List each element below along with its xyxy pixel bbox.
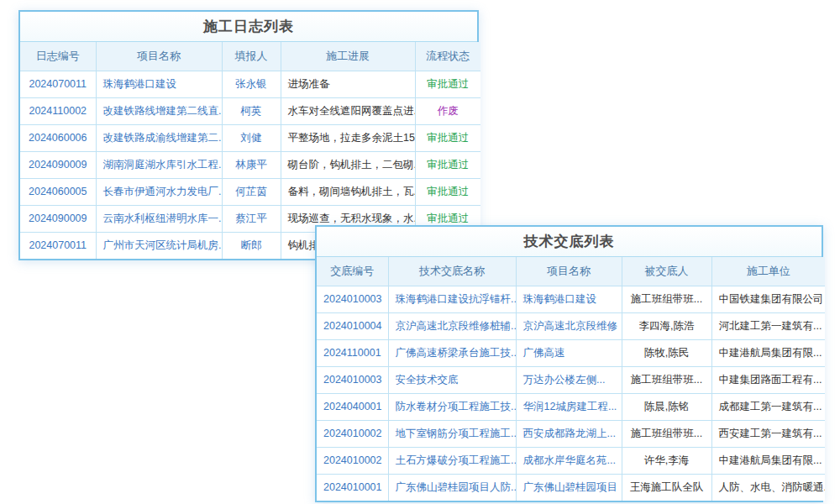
disclosure-unit-cell: 中建港航局集团有限... xyxy=(711,339,825,366)
disclosure-id-cell[interactable]: 2024010002 xyxy=(317,420,388,447)
disclosure-col-header-unit: 施工单位 xyxy=(711,257,825,286)
disclosure-name-cell[interactable]: 防水卷材分项工程施工技... xyxy=(388,393,516,420)
technical-disclosure-table: 交底编号 技术交底名称 项目名称 被交底人 施工单位 2024010003 珠海… xyxy=(317,257,825,501)
log-col-header-progress: 施工进展 xyxy=(281,42,415,71)
log-project-cell[interactable]: 长春市伊通河水力发电厂... xyxy=(96,178,222,205)
table-row: 2024110001 广佛高速桥梁承台施工技... 广佛高速 陈牧,陈民 中建港… xyxy=(317,339,825,366)
disclosure-receiver-cell: 施工班组带班... xyxy=(622,420,711,447)
disclosure-receiver-cell: 施工班组带班... xyxy=(622,366,711,393)
log-reporter-cell[interactable]: 刘健 xyxy=(222,124,281,151)
disclosure-col-header-name: 技术交底名称 xyxy=(388,257,516,286)
log-progress-cell: 水车对全线遮阳网覆盖点进... xyxy=(281,97,415,124)
disclosure-id-cell[interactable]: 2024010003 xyxy=(317,286,388,312)
disclosure-id-cell[interactable]: 2024010003 xyxy=(317,366,388,393)
table-row: 2024060005 长春市伊通河水力发电厂... 何芷茵 备料，砌间墙钩机排土… xyxy=(20,178,480,205)
log-project-cell[interactable]: 改建铁路线增建第二线直... xyxy=(96,97,222,124)
log-project-cell[interactable]: 广州市天河区统计局机房... xyxy=(96,232,222,259)
disclosure-project-cell[interactable]: 华润12城房建工程... xyxy=(516,393,622,420)
status-badge: 作废 xyxy=(415,97,480,124)
log-panel-title: 施工日志列表 xyxy=(20,12,477,42)
table-row: 2024110002 改建铁路线增建第二线直... 柯英 水车对全线遮阳网覆盖点… xyxy=(20,97,480,124)
disclosure-unit-cell: 中国铁建集团有限公司 xyxy=(711,286,825,312)
log-project-cell[interactable]: 云南水利枢纽潜明水库一... xyxy=(96,205,222,232)
log-reporter-cell[interactable]: 断郎 xyxy=(222,232,281,259)
disclosure-receiver-cell: 李四海,陈浩 xyxy=(622,312,711,339)
table-row: 2024090009 湖南洞庭湖水库引水工程... 林康平 砌台阶，钩机排土，二… xyxy=(20,151,480,178)
disclosure-receiver-cell: 陈晨,陈铭 xyxy=(622,393,711,420)
log-reporter-cell[interactable]: 林康平 xyxy=(222,151,281,178)
disclosure-name-cell[interactable]: 广佛高速桥梁承台施工技... xyxy=(388,339,516,366)
disclosure-name-cell[interactable]: 安全技术交底 xyxy=(388,366,516,393)
disclosure-project-cell[interactable]: 京沪高速北京段维修 xyxy=(516,312,622,339)
status-badge: 审批通过 xyxy=(415,71,480,97)
table-row: 2024010003 珠海鹤港口建设抗浮锚杆... 珠海鹤港口建设 施工班组带班… xyxy=(317,286,825,312)
log-col-header-reporter: 填报人 xyxy=(222,42,281,71)
disclosure-unit-cell: 中建港航局集团有限... xyxy=(711,447,825,474)
log-reporter-cell[interactable]: 柯英 xyxy=(222,97,281,124)
disclosure-receiver-cell: 陈牧,陈民 xyxy=(622,339,711,366)
disclosure-name-cell[interactable]: 地下室钢筋分项工程施工... xyxy=(388,420,516,447)
log-project-cell[interactable]: 珠海鹤港口建设 xyxy=(96,71,222,97)
log-col-header-project: 项目名称 xyxy=(96,42,222,71)
disclosure-col-header-id: 交底编号 xyxy=(317,257,388,286)
table-row: 2024010002 地下室钢筋分项工程施工... 西安成都路龙湖上... 施工… xyxy=(317,420,825,447)
disclosure-project-cell[interactable]: 成都水岸华庭名苑... xyxy=(516,447,622,474)
disclosure-col-header-receiver: 被交底人 xyxy=(622,257,711,286)
disclosure-unit-cell: 成都建工第一建筑有... xyxy=(711,393,825,420)
table-row: 2024070011 珠海鹤港口建设 张永银 进场准备 审批通过 xyxy=(20,71,480,97)
disclosure-unit-cell: 中建集团路面工程有... xyxy=(711,366,825,393)
table-row: 2024040001 防水卷材分项工程施工技... 华润12城房建工程... 陈… xyxy=(317,393,825,420)
log-col-header-status: 流程状态 xyxy=(415,42,480,71)
disclosure-receiver-cell: 许华,李海 xyxy=(622,447,711,474)
log-reporter-cell[interactable]: 张永银 xyxy=(222,71,281,97)
disclosure-name-cell[interactable]: 广东佛山碧桂园项目人防... xyxy=(388,474,516,501)
log-col-header-id: 日志编号 xyxy=(20,42,96,71)
log-progress-cell: 进场准备 xyxy=(281,71,415,97)
disclosure-unit-cell: 人防、水电、消防暖通... xyxy=(711,474,825,501)
disclosure-unit-cell: 河北建工第一建筑有... xyxy=(711,312,825,339)
disclosure-header-row: 交底编号 技术交底名称 项目名称 被交底人 施工单位 xyxy=(317,257,825,286)
disclosure-project-cell[interactable]: 万达办公楼左侧... xyxy=(516,366,622,393)
table-row: 2024010004 京沪高速北京段维修桩辅... 京沪高速北京段维修 李四海,… xyxy=(317,312,825,339)
status-badge: 审批通过 xyxy=(415,178,480,205)
log-id-cell[interactable]: 2024060006 xyxy=(20,124,96,151)
disclosure-id-cell[interactable]: 2024010002 xyxy=(317,447,388,474)
table-row: 2024010003 安全技术交底 万达办公楼左侧... 施工班组带班... 中… xyxy=(317,366,825,393)
disclosure-col-header-project: 项目名称 xyxy=(516,257,622,286)
table-row: 2024010001 广东佛山碧桂园项目人防... 广东佛山碧桂园项目 王海施工… xyxy=(317,474,825,501)
log-id-cell[interactable]: 2024090009 xyxy=(20,205,96,232)
table-row: 2024010002 土石方爆破分项工程施工... 成都水岸华庭名苑... 许华… xyxy=(317,447,825,474)
log-reporter-cell[interactable]: 何芷茵 xyxy=(222,178,281,205)
technical-disclosure-panel: 技术交底列表 交底编号 技术交底名称 项目名称 被交底人 施工单位 202401… xyxy=(315,225,823,502)
disclosure-id-cell[interactable]: 2024110001 xyxy=(317,339,388,366)
status-badge: 审批通过 xyxy=(415,124,480,151)
log-reporter-cell[interactable]: 蔡江平 xyxy=(222,205,281,232)
log-id-cell[interactable]: 2024060005 xyxy=(20,178,96,205)
table-row: 2024060006 改建铁路成渝线增建第二... 刘健 平整场地，拉走多余泥土… xyxy=(20,124,480,151)
disclosure-receiver-cell: 施工班组带班... xyxy=(622,286,711,312)
disclosure-project-cell[interactable]: 广东佛山碧桂园项目 xyxy=(516,474,622,501)
log-progress-cell: 平整场地，拉走多余泥土15... xyxy=(281,124,415,151)
log-header-row: 日志编号 项目名称 填报人 施工进展 流程状态 xyxy=(20,42,480,71)
disclosure-id-cell[interactable]: 2024010001 xyxy=(317,474,388,501)
log-id-cell[interactable]: 2024110002 xyxy=(20,97,96,124)
disclosure-id-cell[interactable]: 2024040001 xyxy=(317,393,388,420)
disclosure-name-cell[interactable]: 土石方爆破分项工程施工... xyxy=(388,447,516,474)
disclosure-project-cell[interactable]: 广佛高速 xyxy=(516,339,622,366)
disclosure-name-cell[interactable]: 珠海鹤港口建设抗浮锚杆... xyxy=(388,286,516,312)
disclosure-receiver-cell: 王海施工队全队 xyxy=(622,474,711,501)
log-project-cell[interactable]: 湖南洞庭湖水库引水工程... xyxy=(96,151,222,178)
disclosure-project-cell[interactable]: 珠海鹤港口建设 xyxy=(516,286,622,312)
disclosure-name-cell[interactable]: 京沪高速北京段维修桩辅... xyxy=(388,312,516,339)
log-progress-cell: 备料，砌间墙钩机排土，瓦... xyxy=(281,178,415,205)
disclosure-project-cell[interactable]: 西安成都路龙湖上... xyxy=(516,420,622,447)
construction-log-panel: 施工日志列表 日志编号 项目名称 填报人 施工进展 流程状态 202407001… xyxy=(18,10,479,260)
log-project-cell[interactable]: 改建铁路成渝线增建第二... xyxy=(96,124,222,151)
log-id-cell[interactable]: 2024070011 xyxy=(20,71,96,97)
log-id-cell[interactable]: 2024090009 xyxy=(20,151,96,178)
disclosure-id-cell[interactable]: 2024010004 xyxy=(317,312,388,339)
disclosure-panel-title: 技术交底列表 xyxy=(317,227,822,257)
log-progress-cell: 砌台阶，钩机排土，二包砌... xyxy=(281,151,415,178)
status-badge: 审批通过 xyxy=(415,151,480,178)
log-id-cell[interactable]: 2024070011 xyxy=(20,232,96,259)
